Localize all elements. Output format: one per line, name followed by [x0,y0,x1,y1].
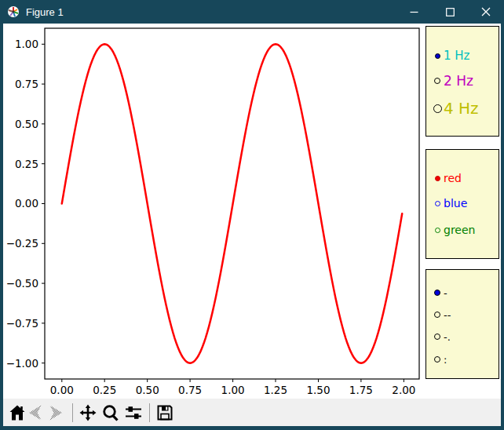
close-icon [481,7,491,16]
radio-option-label[interactable]: -- [444,310,451,320]
window-title: Figure 1 [26,6,64,18]
radio-option-label[interactable]: - [444,288,447,298]
figure-canvas: 0.000.250.500.751.001.251.501.752.001.00… [3,24,501,399]
radio-option-label[interactable]: green [444,224,475,235]
x-tick-label: 1.50 [306,384,330,396]
x-tick-label: 0.50 [136,384,159,396]
radio-circle-color-0[interactable] [435,176,440,181]
y-tick-label: 0.00 [15,197,38,210]
arrow-left-icon [27,403,46,422]
radio-option-label[interactable]: blue [444,198,467,209]
minimize-button[interactable] [396,0,432,24]
radio-option-label[interactable]: : [444,355,447,365]
forward-button[interactable] [46,403,64,423]
configure-subplots-button[interactable] [124,403,143,423]
maximize-icon [446,8,455,16]
toolbar-separator [72,403,73,422]
titlebar[interactable]: Figure 1 [0,0,504,24]
figure-window: Figure 1 0.000.250.500.751.001.251.501.7… [0,0,504,430]
x-tick-label: 1.00 [221,384,245,396]
x-tick-label: 2.00 [392,384,415,396]
minimize-icon [410,8,418,16]
radio-circle-color-2[interactable] [435,228,440,233]
radio-option-label[interactable]: -. [444,332,451,342]
x-tick-label: 0.25 [93,384,116,396]
y-tick-label: −0.50 [6,277,38,290]
radio-circle-frequency-0[interactable] [435,53,440,59]
radio-panel-frequency: 1 Hz2 Hz4 Hz [425,26,499,137]
radio-circle-frequency-2[interactable] [433,104,442,113]
radio-option-label[interactable]: 1 Hz [444,50,469,62]
x-tick-label: 0.75 [178,384,202,396]
close-button[interactable] [468,0,504,24]
move-arrows-icon [79,403,97,422]
radio-panel-linestyle: ----.: [425,269,499,379]
radio-option-label[interactable]: red [444,173,462,184]
radio-circle-linestyle-1[interactable] [434,312,440,318]
radio-circle-linestyle-3[interactable] [434,356,440,363]
navigation-toolbar [3,399,501,426]
y-tick-label: 0.50 [15,118,38,130]
y-tick-label: −0.75 [6,317,38,330]
radio-option-label[interactable]: 4 Hz [444,100,479,116]
x-tick-label: 1.25 [264,384,287,396]
zoom-button[interactable] [101,403,120,423]
home-button[interactable] [8,403,27,423]
radio-circle-linestyle-0[interactable] [434,290,440,296]
sliders-icon [124,403,143,422]
radio-circle-color-1[interactable] [435,201,440,206]
y-tick-label: 0.25 [15,158,38,170]
y-tick-label: 0.75 [15,78,38,90]
radio-circle-frequency-1[interactable] [434,78,440,84]
y-tick-label: 1.00 [15,38,38,50]
maximize-button[interactable] [432,0,468,24]
pan-button[interactable] [79,403,97,423]
y-tick-label: −1.00 [6,357,38,370]
radio-circle-linestyle-2[interactable] [434,333,440,340]
x-tick-label: 0.00 [50,384,74,396]
toolbar-separator [149,403,150,422]
radio-panel-color: redbluegreen [425,149,499,259]
magnifier-icon [101,403,120,422]
radio-option-label[interactable]: 2 Hz [444,75,473,88]
floppy-disk-icon [155,403,174,422]
y-tick-label: −0.25 [6,237,38,250]
matplotlib-logo-icon [7,5,20,18]
home-icon [8,403,27,422]
save-button[interactable] [155,403,174,423]
back-button[interactable] [27,403,46,423]
arrow-right-icon [46,403,64,422]
x-tick-label: 1.75 [349,384,373,396]
